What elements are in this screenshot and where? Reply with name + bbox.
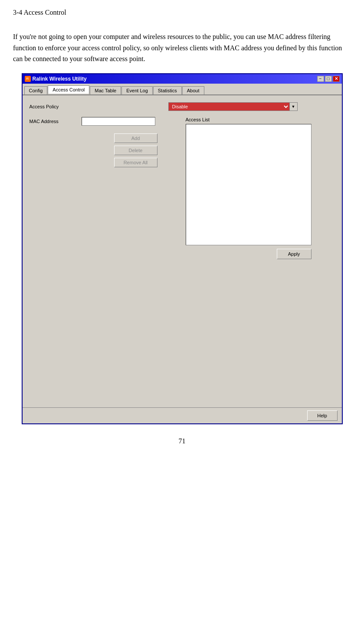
access-policy-dropdown-arrow[interactable]: ▼ (290, 102, 298, 111)
remove-all-button[interactable]: Remove All (114, 158, 157, 167)
access-list-box (186, 124, 312, 245)
mac-address-input[interactable] (82, 117, 155, 126)
mac-address-label: MAC Address (30, 119, 82, 124)
app-icon: R (25, 76, 31, 82)
access-policy-select[interactable]: Disable (168, 102, 290, 111)
tab-mac-table[interactable]: Mac Table (90, 86, 121, 94)
right-section: Access List Apply (186, 117, 335, 259)
window-title: Ralink Wireless Utility (33, 76, 87, 82)
mac-address-row: MAC Address (30, 117, 181, 126)
tab-access-control[interactable]: Access Control (48, 85, 89, 94)
page-number: 71 (13, 437, 351, 445)
title-bar: R Ralink Wireless Utility − □ ✕ (23, 74, 342, 84)
title-bar-left: R Ralink Wireless Utility (25, 76, 87, 82)
help-button[interactable]: Help (307, 410, 338, 421)
apply-button[interactable]: Apply (277, 249, 312, 259)
tab-statistics[interactable]: Statistics (153, 86, 182, 94)
add-button[interactable]: Add (114, 133, 157, 143)
bottom-bar: Help (23, 407, 342, 423)
maximize-button[interactable]: □ (325, 76, 332, 82)
main-content: Access Policy Disable ▼ MAC Address Add … (23, 95, 342, 407)
body-text: If you're not going to open your compute… (13, 31, 351, 65)
form-layout: MAC Address Add Delete Remove All Access… (30, 117, 335, 259)
tab-bar: Config Access Control Mac Table Event Lo… (23, 84, 342, 95)
access-list-label: Access List (186, 117, 335, 122)
left-panel: MAC Address Add Delete Remove All (30, 117, 181, 259)
title-bar-buttons: − □ ✕ (317, 76, 340, 82)
access-policy-row: Access Policy Disable ▼ (30, 102, 335, 111)
access-policy-dropdown-wrapper: Disable ▼ (168, 102, 298, 111)
buttons-column: Add Delete Remove All (90, 133, 181, 167)
tab-event-log[interactable]: Event Log (121, 86, 153, 94)
tab-about[interactable]: About (182, 86, 204, 94)
apply-row: Apply (186, 249, 312, 259)
tab-config[interactable]: Config (24, 86, 48, 94)
access-policy-label: Access Policy (30, 104, 168, 109)
minimize-button[interactable]: − (317, 76, 324, 82)
delete-button[interactable]: Delete (114, 146, 157, 155)
application-window: R Ralink Wireless Utility − □ ✕ Config A… (22, 73, 343, 424)
close-button[interactable]: ✕ (333, 76, 340, 82)
page-heading: 3-4 Access Control (13, 9, 351, 16)
